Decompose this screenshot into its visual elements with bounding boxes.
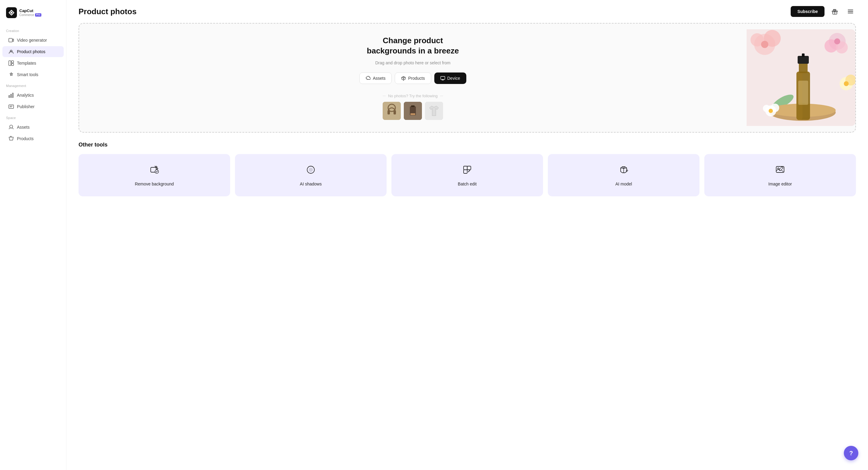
publisher-icon [8,104,14,109]
image-editor-icon [775,165,785,177]
main-content: Product photos Subscribe Change productb… [66,0,868,470]
sidebar-item-smart-tools[interactable]: Smart tools [2,69,64,80]
gift-icon [832,8,838,15]
sidebar-item-assets-label: Assets [17,125,30,130]
svg-rect-42 [802,54,805,57]
try-thumb-makeup[interactable] [404,102,422,120]
header: Product photos Subscribe [66,0,868,23]
help-icon: ? [849,450,853,457]
batch-edit-card[interactable]: Batch edit [392,154,543,196]
products-icon [8,136,14,142]
svg-rect-54 [464,170,467,174]
assets-button[interactable]: Assets [360,72,392,84]
image-editor-label: Image editor [768,182,792,186]
drop-zone-content: Change productbackgrounds in a breeze Dr… [79,24,747,132]
ai-model-card[interactable]: AI model [548,154,700,196]
other-tools-title: Other tools [79,142,856,148]
svg-rect-15 [388,110,390,115]
section-management-label: Management [0,80,66,89]
svg-rect-8 [12,93,13,98]
smart-tools-icon [8,72,14,77]
headphones-preview [383,102,401,120]
sidebar-item-assets[interactable]: Assets [2,122,64,133]
logo-text: CapCut Commerce Pro [19,9,41,16]
pro-badge: Pro [35,13,41,17]
sidebar-item-video-generator-label: Video generator [17,38,47,42]
svg-rect-9 [9,105,13,108]
try-thumbnails [383,102,443,120]
sidebar-item-video-generator[interactable]: Video generator [2,35,64,45]
menu-icon-button[interactable] [845,6,856,17]
svg-rect-12 [441,76,445,80]
capcut-logo-icon [6,7,17,18]
svg-point-33 [844,81,849,86]
drop-zone-image [747,29,855,126]
assets-icon [8,124,14,130]
sidebar-item-analytics[interactable]: Analytics [2,90,64,101]
device-button[interactable]: Device [434,72,466,84]
svg-rect-6 [9,95,10,98]
monitor-icon [440,76,445,81]
try-label: No photos? Try the following [383,94,443,98]
page-title: Product photos [79,7,136,16]
try-thumb-headphones[interactable] [383,102,401,120]
tools-grid: Remove background AI shadows [79,154,856,196]
sidebar-item-smart-tools-label: Smart tools [17,72,38,77]
drop-zone[interactable]: Change productbackgrounds in a breeze Dr… [79,23,856,133]
shirt-preview [425,102,443,120]
remove-background-label: Remove background [135,182,174,186]
sidebar-item-templates[interactable]: Templates [2,58,64,69]
svg-point-51 [309,168,313,172]
product-photos-icon [8,49,14,54]
svg-rect-20 [410,113,415,115]
products-button[interactable]: Products [395,72,431,84]
help-button[interactable]: ? [844,446,858,460]
svg-rect-16 [394,110,396,115]
hero-product-image [747,29,855,126]
svg-rect-53 [467,166,471,170]
batch-edit-icon [462,165,472,177]
ai-shadows-icon [306,165,316,177]
svg-rect-43 [798,81,808,105]
svg-rect-5 [11,63,13,66]
sidebar-item-templates-label: Templates [17,61,36,66]
section-creation-label: Creation [0,25,66,34]
subscribe-button[interactable]: Subscribe [791,6,825,17]
remove-background-card[interactable]: Remove background [79,154,230,196]
makeup-preview [404,102,422,120]
menu-icon [847,8,854,15]
ai-shadows-card[interactable]: AI shadows [235,154,386,196]
svg-point-56 [778,168,779,169]
sidebar-item-analytics-label: Analytics [17,93,34,98]
batch-edit-label: Batch edit [458,182,476,186]
svg-rect-4 [11,61,13,63]
svg-rect-40 [799,63,808,73]
svg-rect-1 [9,38,12,42]
sidebar-item-products[interactable]: Products [2,133,64,144]
video-generator-icon [8,37,14,43]
try-section: No photos? Try the following [383,94,443,120]
sidebar-item-product-photos-label: Product photos [17,49,45,54]
svg-rect-7 [10,94,11,98]
drop-zone-subtitle: Drag and drop photo here or select from [375,60,450,65]
box-icon [401,76,406,81]
gift-icon-button[interactable] [829,6,840,17]
svg-rect-52 [464,166,467,170]
hero-image [747,29,855,126]
svg-point-26 [761,41,768,48]
svg-point-30 [834,38,840,44]
try-thumb-shirt[interactable] [425,102,443,120]
cloud-icon [366,76,371,81]
header-actions: Subscribe [791,6,856,17]
other-tools-section: Other tools Remove background [66,142,868,209]
sidebar-item-products-label: Products [17,136,33,141]
section-space-label: Space [0,113,66,121]
sidebar-item-product-photos[interactable]: Product photos [2,46,64,57]
image-editor-card[interactable]: Image editor [704,154,856,196]
logo-sub-text: Commerce Pro [19,13,41,17]
sidebar-item-publisher[interactable]: Publisher [2,101,64,112]
sidebar: CapCut Commerce Pro Creation Video gener… [0,0,66,470]
svg-point-47 [769,109,773,113]
analytics-icon [8,92,14,98]
ai-shadows-label: AI shadows [300,182,322,186]
